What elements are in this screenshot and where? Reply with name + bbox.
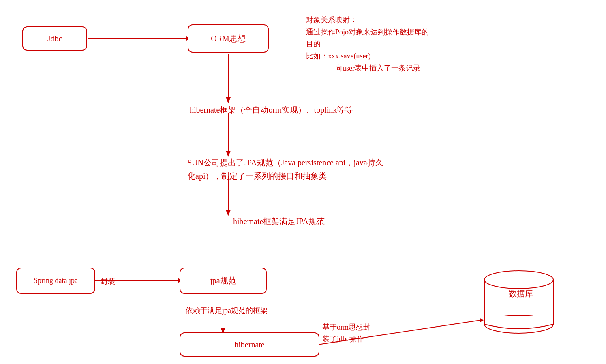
hibernate-bottom-box: hibernate xyxy=(180,332,319,357)
orm-box: ORM思想 xyxy=(188,24,269,53)
svg-marker-7 xyxy=(226,210,231,216)
jpa-description-text: SUN公司提出了JPA规范（Java persistence api，java持… xyxy=(187,156,383,183)
jdbc-box: Jdbc xyxy=(22,26,87,51)
orm-annotation-text: 对象关系映射： 通过操作Pojo对象来达到操作数据库的 目的 比如：xxx.sa… xyxy=(306,14,429,74)
svg-marker-3 xyxy=(226,97,231,103)
svg-rect-17 xyxy=(485,316,553,325)
database-cylinder xyxy=(480,268,561,334)
hibernate-framework-text: hibernate框架（全自动orm实现）、toplink等等 xyxy=(190,103,353,116)
database-label-text: 数据库 xyxy=(509,287,533,300)
fengzhuang-text: 封装 xyxy=(101,276,115,287)
diagram-container: Jdbc ORM思想 对象关系映射： 通过操作Pojo对象来达到操作数据库的 目… xyxy=(0,0,606,364)
spring-data-jpa-box: Spring data jpa xyxy=(16,268,95,294)
jpa-spec-box: jpa规范 xyxy=(180,268,267,294)
hibernate-jpa-text: hibernate框架满足JPA规范 xyxy=(233,215,325,228)
rely-on-text: 依赖于满足jpa规范的框架 xyxy=(186,305,268,317)
orm-jdbc-text: 基于orm思想封装了jdbc操作 xyxy=(322,321,370,345)
svg-point-15 xyxy=(484,271,553,289)
